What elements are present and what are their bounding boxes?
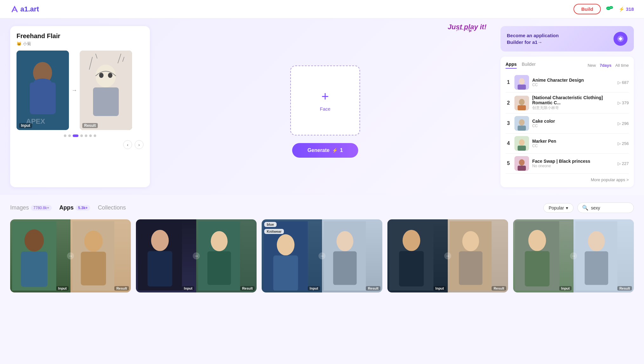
card3-arrow-icon: → (319, 252, 325, 259)
right-sidebar: Become an application Builder for a1→ Ap… (500, 26, 634, 187)
svg-rect-8 (30, 82, 56, 114)
plus-icon: + (321, 89, 329, 104)
grid-card[interactable]: Input → Result (513, 219, 634, 292)
svg-point-55 (462, 231, 479, 251)
count-3: ▷ 296 (618, 121, 629, 126)
author-name: 小菊 (23, 41, 31, 46)
result-label: Result (82, 123, 98, 128)
dot-5[interactable] (85, 134, 87, 137)
svg-point-1 (609, 6, 613, 9)
dot-6[interactable] (89, 134, 92, 137)
more-popular-link[interactable]: More popular apps > (506, 177, 629, 182)
wechat-icon[interactable] (606, 4, 614, 14)
card-1-input: Input (10, 219, 70, 292)
search-input[interactable] (591, 205, 629, 210)
app-name-1: Anime Character Design (532, 78, 614, 83)
become-line2: Builder for a1→ (507, 39, 559, 45)
header: a1.art Build ⚡ 318 (0, 0, 644, 18)
list-item[interactable]: 2 [National Characteristic Clothing] Rom… (506, 93, 629, 113)
credits-display: ⚡ 318 (619, 6, 634, 12)
grid-card[interactable]: Input → Result (10, 219, 131, 292)
dot-4[interactable] (80, 134, 83, 137)
svg-rect-44 (207, 251, 231, 285)
svg-point-52 (403, 230, 420, 251)
svg-rect-26 (518, 126, 526, 131)
rank-2: 2 (506, 100, 511, 106)
card4-input-label: Input (433, 286, 446, 291)
sort-dropdown[interactable]: Popular ▾ (543, 203, 574, 213)
svg-point-46 (277, 234, 295, 256)
dot-1[interactable] (64, 134, 66, 137)
prev-arrow[interactable]: ‹ (123, 140, 132, 149)
search-box: 🔍 (577, 203, 634, 213)
build-button[interactable]: Build (574, 4, 601, 14)
svg-point-40 (151, 230, 169, 251)
grid-card[interactable]: Input → Result (136, 219, 257, 292)
become-builder-icon (614, 32, 627, 46)
tab-apps[interactable]: Apps (506, 62, 517, 69)
panel-info-2: [National Characteristic Clothing] Roman… (532, 95, 614, 111)
freehand-input-image[interactable]: APEX Input (17, 51, 69, 130)
app-sub-1: CC (532, 83, 614, 87)
svg-rect-59 (525, 251, 550, 286)
hero-middle: Just play it! + Face Generate ⚡ 1 (158, 26, 493, 187)
card1-arrow-icon: → (67, 252, 74, 259)
grid-card[interactable]: blue Knitwear Input → (262, 219, 382, 292)
panel-header: Apps Builder New 7days All time (506, 62, 629, 69)
play-icon-1: ▷ (618, 80, 621, 85)
next-arrow[interactable]: › (135, 140, 144, 149)
svg-rect-53 (399, 251, 424, 286)
dots-nav (17, 134, 144, 137)
count-5: ▷ 227 (618, 161, 629, 166)
grid-card[interactable]: Input → Result (387, 219, 508, 292)
card-5-input: Input (513, 219, 574, 292)
become-builder-banner[interactable]: Become an application Builder for a1→ (500, 26, 634, 52)
search-icon: 🔍 (582, 205, 588, 211)
rank-3: 3 (506, 120, 511, 126)
freehand-image-row: APEX Input → Result (17, 51, 144, 130)
tab-collections[interactable]: Collections (98, 204, 126, 211)
svg-point-28 (519, 139, 525, 146)
play-icon-3: ▷ (618, 121, 621, 126)
count-value-2: 379 (622, 100, 629, 105)
list-item[interactable]: 4 Marker Pen CC ▷ 256 (506, 134, 629, 154)
time-new[interactable]: New (587, 63, 596, 68)
tab-images[interactable]: Images 7780.8k+ (10, 204, 52, 211)
tab-apps[interactable]: Apps 5.3k+ (59, 204, 90, 211)
list-item[interactable]: 5 Face Swap | Black princess No oneone ▷… (506, 154, 629, 174)
count-1: ▷ 687 (618, 80, 629, 85)
svg-point-34 (24, 230, 44, 252)
list-item[interactable]: 1 Anime Character Design CC ▷ 687 (506, 72, 629, 93)
card1-input-label: Input (56, 286, 69, 291)
freehand-author: 🐱 小菊 (17, 41, 144, 47)
thumb-1 (514, 75, 529, 90)
tab-builder[interactable]: Builder (522, 62, 536, 69)
play-icon-4: ▷ (618, 141, 621, 146)
card3-tag-blue: blue (264, 222, 277, 227)
face-upload-box[interactable]: + Face (290, 65, 360, 135)
image-grid: Input → Result (10, 219, 634, 292)
card5-result-label: Result (617, 286, 632, 291)
dot-2[interactable] (68, 134, 71, 137)
logo[interactable]: a1.art (10, 5, 39, 14)
generate-button[interactable]: Generate ⚡ 1 (292, 143, 358, 158)
svg-rect-15 (93, 87, 119, 116)
svg-point-19 (519, 78, 525, 85)
svg-rect-47 (273, 256, 298, 291)
tab-images-label: Images (10, 204, 29, 211)
filter-row: Popular ▾ 🔍 (543, 203, 634, 213)
thumb-2 (514, 96, 529, 110)
freehand-result-image[interactable]: Result (80, 51, 132, 130)
time-7days[interactable]: 7days (600, 63, 612, 68)
app-sub-3: CC (532, 124, 614, 128)
dot-3[interactable] (73, 134, 78, 137)
list-item[interactable]: 3 Cake color CC ▷ 296 (506, 113, 629, 134)
panel-info-5: Face Swap | Black princess No oneone (532, 159, 614, 168)
svg-rect-50 (333, 251, 357, 285)
header-right: Build ⚡ 318 (574, 4, 634, 14)
panel-tabs: Apps Builder (506, 62, 536, 69)
time-alltime[interactable]: All time (615, 63, 629, 68)
svg-point-3 (609, 8, 609, 9)
card2-arrow-icon: → (193, 252, 200, 259)
dot-7[interactable] (94, 134, 96, 137)
